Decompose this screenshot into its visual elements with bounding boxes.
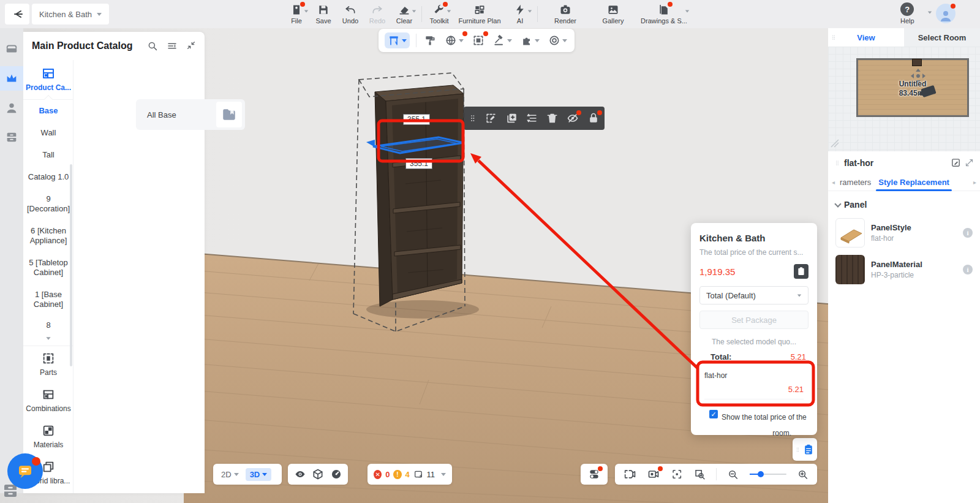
category-base-cabinet[interactable]: 1 [Base Cabinet] — [23, 284, 74, 316]
panel-section-header[interactable]: Panel — [828, 191, 980, 214]
hide-object-button[interactable] — [567, 112, 579, 124]
category-tabletop-cabinet[interactable]: 5 [Tabletop Cabinet] — [23, 252, 74, 284]
tab-view[interactable]: View — [828, 28, 904, 47]
project-switcher[interactable]: Kitchen & Bath — [32, 4, 109, 25]
drag-handle-icon[interactable] — [834, 159, 840, 167]
redo-button[interactable]: Redo — [364, 1, 391, 25]
search-icon[interactable] — [147, 40, 158, 51]
panel-material-row[interactable]: PanelMaterial HP-3-particle i — [828, 251, 980, 288]
category-decoration[interactable]: 9 [Decoration] — [23, 188, 74, 220]
focus-icon[interactable] — [671, 468, 682, 480]
paint-roller-tool[interactable] — [423, 33, 437, 48]
quote-list-fab[interactable] — [793, 438, 817, 461]
category-tall[interactable]: Tall — [23, 144, 74, 166]
quote-item-row[interactable]: flat-hor 5.21 — [699, 368, 809, 401]
rail-cabinet-button[interactable] — [0, 125, 23, 149]
zoom-out-icon[interactable] — [728, 469, 739, 480]
toolkit-button[interactable]: Toolkit — [426, 1, 453, 25]
info-icon[interactable]: i — [963, 228, 973, 238]
tab-scroll-right-icon[interactable]: ▸ — [973, 179, 976, 186]
quote-item-name: flat-hor — [704, 371, 804, 380]
lock-object-button[interactable] — [587, 112, 600, 124]
main-toolbar: File Save Undo Redo Clear — [283, 1, 691, 28]
rail-furniture-button[interactable] — [0, 37, 23, 61]
drag-handle-icon[interactable] — [831, 33, 837, 42]
target-tool[interactable] — [547, 33, 568, 48]
tab-scroll-left-icon[interactable]: ◂ — [832, 179, 835, 186]
resize-grip-icon[interactable] — [831, 139, 839, 148]
tool-combinations[interactable]: Combinations — [23, 382, 74, 418]
edit-selection-icon[interactable] — [485, 112, 497, 124]
support-chat-button[interactable] — [7, 453, 43, 489]
render-button[interactable]: Render — [541, 1, 589, 25]
tab-parameters[interactable]: rameters — [837, 178, 873, 187]
set-package-button[interactable]: Set Package — [699, 311, 809, 329]
rail-account-button[interactable] — [0, 96, 23, 120]
plugin-tool[interactable] — [519, 33, 541, 48]
expand-icon[interactable] — [965, 158, 974, 167]
visibility-icon[interactable] — [294, 468, 306, 480]
minimap[interactable]: Untitled 83.45m² — [828, 47, 980, 151]
help-button[interactable]: ? Help — [900, 2, 914, 25]
undo-button[interactable]: Undo — [337, 1, 364, 25]
user-avatar[interactable] — [936, 4, 956, 23]
zoom-slider-knob[interactable] — [758, 471, 764, 477]
cube-view-icon[interactable] — [312, 468, 324, 480]
zoom-in-icon[interactable] — [797, 469, 809, 480]
gallery-button[interactable]: Gallery — [589, 1, 637, 25]
file-button[interactable]: File — [283, 1, 310, 25]
drag-handle-icon[interactable] — [469, 112, 477, 124]
folder-icon — [221, 107, 237, 123]
delete-icon[interactable] — [546, 112, 558, 124]
minimap-room[interactable]: Untitled 83.45m² — [856, 58, 969, 117]
duplicate-icon[interactable] — [506, 112, 518, 124]
category-catalog-10[interactable]: Catalog 1.0 — [23, 166, 74, 188]
drawings-button[interactable]: Drawings & S... — [637, 1, 691, 25]
panel-style-row[interactable]: PanelStyle flat-hor i — [828, 214, 980, 251]
panel-material-value: HP-3-particle — [871, 271, 957, 279]
show-total-price-option[interactable]: ✓ Show the total price of the room. — [699, 409, 809, 441]
panel-style-thumbnail[interactable] — [835, 218, 865, 248]
object-context-toolbar — [464, 107, 605, 130]
cabinet-select-tool[interactable] — [385, 32, 410, 48]
sort-list-icon[interactable] — [526, 112, 538, 124]
rail-vip-button[interactable] — [0, 66, 23, 91]
tool-parts[interactable]: Parts — [23, 346, 74, 382]
marquee-select-tool[interactable] — [471, 33, 486, 48]
toggles-button[interactable] — [581, 464, 608, 485]
tab-product-catalog[interactable]: Product Ca... — [23, 60, 74, 100]
category-kitchen-appliance[interactable]: 6 [Kitchen Appliance] — [23, 220, 74, 252]
category-list-expander[interactable] — [23, 331, 74, 346]
issues-bar[interactable]: ✕ 0 ! 4 11 — [368, 464, 452, 485]
chevron-down-icon — [402, 39, 407, 42]
clear-button[interactable]: Clear — [391, 1, 418, 25]
minimap-room-label: Untitled 83.45m² — [858, 80, 967, 98]
ai-button[interactable]: AI — [507, 1, 533, 25]
category-auxiliaries[interactable]: 8 [Auxiliaries] — [23, 316, 74, 331]
edit-icon[interactable] — [951, 157, 961, 168]
all-base-card[interactable]: All Base — [136, 99, 245, 130]
furniture-plan-button[interactable]: Furniture Plan — [453, 1, 507, 25]
globe-style-tool[interactable] — [443, 33, 465, 48]
info-icon[interactable]: i — [963, 265, 973, 274]
filter-icon[interactable] — [167, 40, 178, 51]
camera-view-icon[interactable] — [624, 468, 636, 480]
save-button[interactable]: Save — [310, 1, 337, 25]
category-wall[interactable]: Wall — [23, 122, 74, 144]
collapse-icon[interactable] — [186, 40, 196, 50]
zoom-region-icon[interactable] — [694, 468, 705, 480]
tab-select-room[interactable]: Select Room — [904, 28, 980, 47]
export-quote-button[interactable] — [794, 264, 809, 279]
tab-style-replacement[interactable]: Style Replacement — [876, 178, 952, 187]
performance-gauge-icon[interactable] — [330, 468, 342, 480]
zoom-slider[interactable] — [750, 470, 787, 478]
auction-tool[interactable] — [492, 33, 513, 48]
package-select[interactable]: Total (Default) — [699, 286, 809, 304]
checkbox-checked-icon[interactable]: ✓ — [709, 410, 718, 418]
panel-material-thumbnail[interactable] — [835, 255, 865, 284]
mode-2d-button[interactable]: 2D — [217, 468, 243, 481]
mode-3d-button[interactable]: 3D — [246, 468, 272, 481]
back-button[interactable] — [5, 4, 29, 25]
tool-materials[interactable]: Materials — [23, 418, 74, 455]
category-scrollbar[interactable] — [70, 164, 72, 366]
